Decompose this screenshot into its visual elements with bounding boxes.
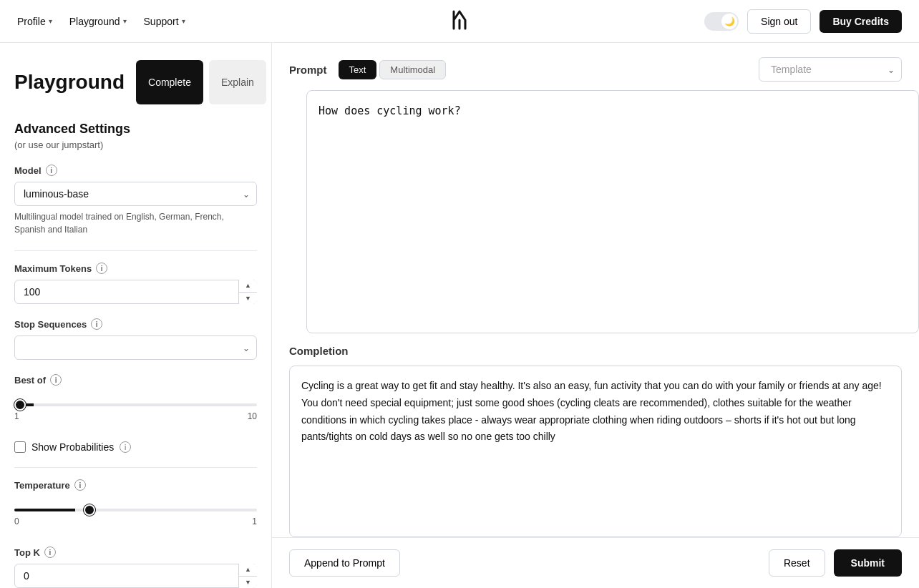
- header: Profile ▾ Playground ▾ Support ▾ 🌙 Sign …: [0, 0, 919, 43]
- theme-toggle[interactable]: 🌙: [704, 12, 739, 31]
- completion-label: Completion: [289, 345, 902, 357]
- top-k-label: Top K i: [14, 547, 257, 558]
- completion-section: Completion Cycling is a great way to get…: [272, 333, 919, 537]
- temperature-slider-labels: 0 1: [14, 516, 257, 526]
- prompt-textarea[interactable]: How does cycling work?: [306, 90, 919, 333]
- max-tokens-field-group: Maximum Tokens i ▲ ▼: [14, 263, 257, 304]
- best-of-slider[interactable]: [14, 403, 257, 406]
- max-tokens-label: Maximum Tokens i: [14, 263, 257, 274]
- show-probabilities-label: Show Probabilities: [31, 441, 114, 453]
- show-probabilities-checkbox[interactable]: [14, 441, 26, 453]
- theme-toggle-knob: 🌙: [721, 14, 737, 29]
- bottom-bar: Append to Prompt Reset Submit: [272, 537, 919, 588]
- sidebar: Playground Complete Explain Q & A Summar…: [0, 43, 272, 588]
- template-select[interactable]: Template: [759, 57, 902, 82]
- max-tokens-info-icon[interactable]: i: [96, 263, 107, 274]
- top-k-input[interactable]: [14, 564, 257, 588]
- page-title: Playground: [14, 71, 125, 94]
- page-body: Playground Complete Explain Q & A Summar…: [0, 43, 919, 588]
- jumpstart-text: (or use our jumpstart): [14, 139, 257, 150]
- show-probabilities-row: Show Probabilities i: [14, 441, 257, 453]
- top-k-info-icon[interactable]: i: [44, 547, 56, 558]
- max-tokens-input-wrapper: ▲ ▼: [14, 280, 257, 304]
- stop-sequences-select-wrapper: [14, 335, 257, 360]
- top-k-spinners: ▲ ▼: [238, 564, 257, 588]
- page-tabs: Complete Explain Q & A Summarize: [136, 60, 272, 104]
- divider-2: [14, 467, 257, 468]
- best-of-slider-container: 1 10: [14, 391, 257, 427]
- show-probabilities-info-icon[interactable]: i: [120, 441, 131, 453]
- best-of-label: Best of i: [14, 374, 257, 386]
- max-tokens-decrement[interactable]: ▼: [239, 293, 257, 305]
- max-tokens-spinners: ▲ ▼: [238, 280, 257, 304]
- top-k-input-wrapper: ▲ ▼: [14, 564, 257, 588]
- profile-nav[interactable]: Profile ▾: [17, 16, 52, 27]
- tab-complete[interactable]: Complete: [136, 60, 203, 104]
- stop-sequences-label: Stop Sequences i: [14, 318, 257, 330]
- model-select[interactable]: luminous-base luminous-extended luminous…: [14, 182, 257, 206]
- temperature-info-icon[interactable]: i: [74, 479, 86, 491]
- max-tokens-increment[interactable]: ▲: [239, 280, 257, 293]
- header-nav: Profile ▾ Playground ▾ Support ▾: [17, 16, 185, 27]
- temperature-slider[interactable]: [14, 509, 257, 511]
- template-select-wrapper: Template: [759, 57, 902, 82]
- best-of-field-group: Best of i 1 10: [14, 374, 257, 427]
- support-chevron-icon: ▾: [182, 17, 185, 25]
- stop-sequences-select[interactable]: [14, 335, 257, 360]
- page-title-row: Playground Complete Explain Q & A Summar…: [14, 60, 257, 104]
- completion-box: Cycling is a great way to get fit and st…: [289, 366, 902, 537]
- profile-chevron-icon: ▾: [49, 17, 52, 25]
- support-nav[interactable]: Support ▾: [144, 16, 185, 27]
- stop-sequences-field-group: Stop Sequences i: [14, 318, 257, 360]
- prompt-header: Prompt Text Multimodal Template: [289, 57, 902, 82]
- prompt-area: How does cycling work?: [272, 90, 919, 333]
- submit-button[interactable]: Submit: [834, 549, 902, 577]
- model-label: Model i: [14, 165, 257, 176]
- tab-explain[interactable]: Explain: [209, 60, 266, 104]
- bottom-right-actions: Reset Submit: [769, 549, 902, 577]
- signout-button[interactable]: Sign out: [747, 9, 811, 34]
- model-info-icon[interactable]: i: [46, 165, 57, 176]
- prompt-section: Prompt Text Multimodal Template: [272, 43, 919, 90]
- logo: [445, 6, 474, 36]
- prompt-tab-text[interactable]: Text: [339, 60, 377, 79]
- playground-label: Playground: [69, 16, 120, 27]
- header-right: 🌙 Sign out Buy Credits: [704, 9, 902, 34]
- prompt-tab-multimodal[interactable]: Multimodal: [379, 60, 446, 79]
- show-probabilities-field-group: Show Probabilities i: [14, 441, 257, 453]
- best-of-info-icon[interactable]: i: [50, 374, 62, 386]
- divider-1: [14, 250, 257, 251]
- temperature-field-group: Temperature i 0 1: [14, 479, 257, 532]
- stop-sequences-info-icon[interactable]: i: [91, 318, 102, 330]
- max-tokens-input[interactable]: [14, 280, 257, 304]
- top-k-decrement[interactable]: ▼: [239, 577, 257, 589]
- top-k-increment[interactable]: ▲: [239, 564, 257, 577]
- support-label: Support: [144, 16, 179, 27]
- reset-button[interactable]: Reset: [769, 549, 825, 577]
- model-select-wrapper: luminous-base luminous-extended luminous…: [14, 182, 257, 206]
- top-k-field-group: Top K i ▲ ▼: [14, 547, 257, 588]
- model-description: Multilingual model trained on English, G…: [14, 210, 257, 236]
- playground-chevron-icon: ▾: [123, 17, 127, 25]
- buycredits-button[interactable]: Buy Credits: [820, 10, 902, 33]
- profile-label: Profile: [17, 16, 46, 27]
- best-of-slider-labels: 1 10: [14, 411, 257, 421]
- main-content: Prompt Text Multimodal Template How does…: [272, 43, 919, 588]
- playground-nav[interactable]: Playground ▾: [69, 16, 127, 27]
- prompt-tabs: Text Multimodal: [339, 60, 447, 79]
- model-field-group: Model i luminous-base luminous-extended …: [14, 165, 257, 236]
- advanced-settings-title: Advanced Settings: [14, 122, 257, 137]
- temperature-slider-container: 0 1: [14, 496, 257, 532]
- prompt-label: Prompt: [289, 64, 327, 76]
- temperature-label: Temperature i: [14, 479, 257, 491]
- append-to-prompt-button[interactable]: Append to Prompt: [289, 549, 400, 577]
